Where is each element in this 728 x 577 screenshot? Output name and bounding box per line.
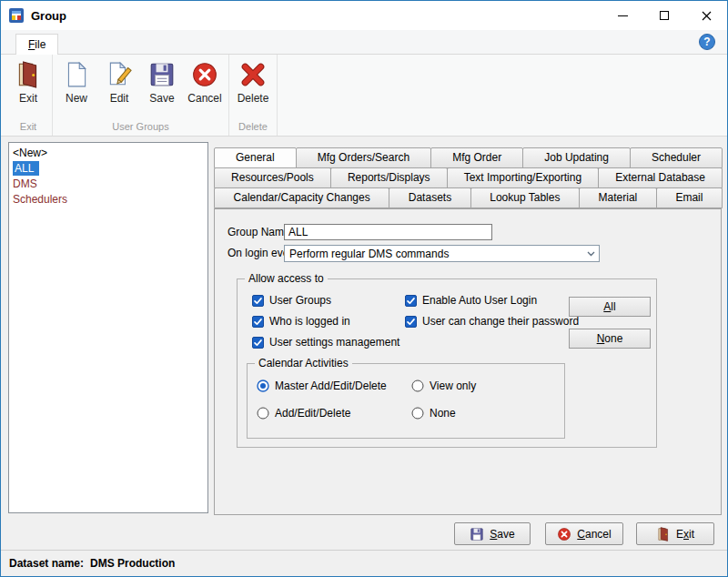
radio-unselected-icon bbox=[411, 380, 424, 392]
toolbar-group-label-exit: Exit bbox=[7, 118, 49, 136]
calendar-activities-groupbox: Calendar Activities Master Add/Edit/Dele… bbox=[247, 363, 565, 439]
radio-none[interactable]: None bbox=[411, 407, 456, 420]
dataset-name-label: Dataset name: bbox=[9, 557, 84, 570]
tab-material[interactable]: Material bbox=[579, 187, 657, 208]
tab-email[interactable]: Email bbox=[656, 187, 723, 208]
toolbar-group-delete: Delete Delete bbox=[229, 55, 278, 136]
new-document-icon bbox=[63, 61, 90, 88]
tab-row-3: Calendar/Capacity Changes Datasets Looku… bbox=[214, 187, 722, 208]
titlebar: Group bbox=[1, 1, 727, 30]
minimize-button[interactable] bbox=[602, 1, 643, 30]
checkbox-checked-icon bbox=[252, 295, 264, 307]
general-tab-panel: Group Name: On login event: Perform regu… bbox=[214, 208, 722, 515]
checkbox-checked-icon bbox=[252, 316, 264, 328]
tab-job-updating[interactable]: Job Updating bbox=[522, 147, 631, 168]
statusbar: Dataset name: DMS Production bbox=[1, 550, 727, 576]
toolbar-save-button[interactable]: Save bbox=[141, 59, 183, 118]
checkbox-checked-icon bbox=[405, 316, 417, 328]
checkbox-checked-icon bbox=[252, 337, 264, 349]
dataset-name-value: DMS Production bbox=[90, 557, 175, 570]
main-area: <New> ALL DMS Schedulers General Mfg Ord… bbox=[1, 137, 727, 550]
login-event-dropdown[interactable]: Perform regular DMS commands bbox=[284, 245, 600, 262]
toolbar-exit-label: Exit bbox=[19, 92, 37, 105]
close-button[interactable] bbox=[685, 1, 727, 30]
tab-mfg-order[interactable]: Mfg Order bbox=[430, 147, 523, 168]
cancel-circle-icon bbox=[557, 527, 571, 542]
maximize-button[interactable] bbox=[643, 1, 685, 30]
checkbox-user-can-change-password[interactable]: User can change their password bbox=[405, 315, 579, 328]
allow-access-title: Allow access to bbox=[245, 272, 328, 285]
tab-mfg-orders-search[interactable]: Mfg Orders/Search bbox=[296, 147, 431, 168]
delete-button[interactable]: Delete bbox=[232, 59, 274, 118]
edit-button[interactable]: Edit bbox=[98, 59, 140, 118]
tab-datasets[interactable]: Datasets bbox=[389, 187, 470, 208]
toolbar-cancel-button[interactable]: Cancel bbox=[184, 59, 226, 118]
login-event-value: Perform regular DMS commands bbox=[285, 248, 582, 260]
radio-selected-icon bbox=[257, 380, 269, 392]
tab-general[interactable]: General bbox=[214, 147, 297, 168]
tab-external-database[interactable]: External Database bbox=[598, 167, 723, 188]
checkbox-user-groups[interactable]: User Groups bbox=[252, 294, 331, 307]
tab-text-importing-exporting[interactable]: Text Importing/Exporting bbox=[447, 167, 600, 188]
save-button-label: Save bbox=[490, 528, 514, 541]
checkbox-who-is-logged-in[interactable]: Who is logged in bbox=[252, 315, 350, 328]
list-item-schedulers[interactable]: Schedulers bbox=[9, 192, 207, 208]
toolbar: Exit Exit New bbox=[1, 55, 727, 137]
new-button[interactable]: New bbox=[56, 59, 97, 118]
tab-resources-pools[interactable]: Resources/Pools bbox=[214, 167, 331, 188]
tab-calendar-capacity-changes[interactable]: Calendar/Capacity Changes bbox=[214, 187, 389, 208]
tab-lookup-tables[interactable]: Lookup Tables bbox=[470, 187, 580, 208]
tab-reports-displays[interactable]: Reports/Displays bbox=[330, 167, 448, 188]
group-name-input[interactable] bbox=[284, 224, 492, 240]
save-floppy-icon bbox=[148, 61, 176, 88]
maximize-icon bbox=[660, 11, 669, 20]
tab-row-1: General Mfg Orders/Search Mfg Order Job … bbox=[214, 147, 722, 168]
window-title: Group bbox=[31, 9, 66, 23]
list-item-new[interactable]: <New> bbox=[9, 146, 207, 161]
radio-unselected-icon bbox=[411, 407, 424, 420]
allow-access-groupbox: Allow access to User Groups Who is logge… bbox=[237, 278, 657, 448]
toolbar-group-user-groups: New Edit bbox=[53, 55, 229, 136]
cancel-circle-icon bbox=[191, 61, 218, 88]
exit-door-icon bbox=[656, 527, 671, 542]
save-button[interactable]: Save bbox=[454, 522, 531, 545]
tab-row-2: Resources/Pools Reports/Displays Text Im… bbox=[214, 167, 722, 188]
checkbox-checked-icon bbox=[405, 295, 417, 307]
radio-master-add-edit-delete[interactable]: Master Add/Edit/Delete bbox=[257, 380, 387, 392]
all-button[interactable]: All bbox=[569, 297, 651, 317]
close-icon bbox=[702, 11, 712, 21]
checkbox-enable-auto-user-login[interactable]: Enable Auto User Login bbox=[405, 294, 537, 307]
exit-door-icon bbox=[15, 61, 42, 88]
toolbar-exit-button[interactable]: Exit bbox=[7, 59, 49, 118]
radio-unselected-icon bbox=[257, 407, 269, 420]
exit-button[interactable]: Exit bbox=[636, 522, 714, 545]
radio-add-edit-delete[interactable]: Add/Edit/Delete bbox=[257, 407, 350, 420]
list-item-all-selected[interactable]: ALL bbox=[9, 161, 207, 177]
exit-button-label: Exit bbox=[676, 528, 694, 541]
none-button[interactable]: None bbox=[569, 329, 651, 349]
save-floppy-icon bbox=[470, 527, 484, 542]
tab-strip: General Mfg Orders/Search Mfg Order Job … bbox=[214, 147, 722, 208]
chevron-down-icon bbox=[582, 251, 599, 257]
list-item-dms[interactable]: DMS bbox=[9, 177, 207, 192]
menubar: File ? bbox=[1, 30, 727, 55]
minimize-icon bbox=[618, 15, 628, 16]
tab-scheduler[interactable]: Scheduler bbox=[630, 147, 723, 168]
calendar-activities-title: Calendar Activities bbox=[255, 357, 352, 369]
help-button[interactable]: ? bbox=[699, 34, 715, 50]
edit-pencil-icon bbox=[106, 61, 133, 88]
toolbar-group-label-user-groups: User Groups bbox=[56, 118, 226, 136]
toolbar-group-exit: Exit Exit bbox=[5, 55, 53, 136]
delete-x-icon bbox=[239, 61, 267, 88]
radio-view-only[interactable]: View only bbox=[411, 380, 476, 392]
group-list: <New> ALL DMS Schedulers bbox=[8, 142, 208, 513]
app-icon bbox=[8, 7, 25, 24]
cancel-button[interactable]: Cancel bbox=[545, 522, 623, 545]
checkbox-user-settings-management[interactable]: User settings management bbox=[252, 336, 399, 349]
group-window: Group File ? Exit bbox=[0, 0, 728, 577]
caption-buttons bbox=[602, 1, 727, 30]
cancel-button-label: Cancel bbox=[577, 528, 611, 541]
menu-file[interactable]: File bbox=[15, 34, 58, 55]
toolbar-group-label-delete: Delete bbox=[232, 118, 274, 136]
